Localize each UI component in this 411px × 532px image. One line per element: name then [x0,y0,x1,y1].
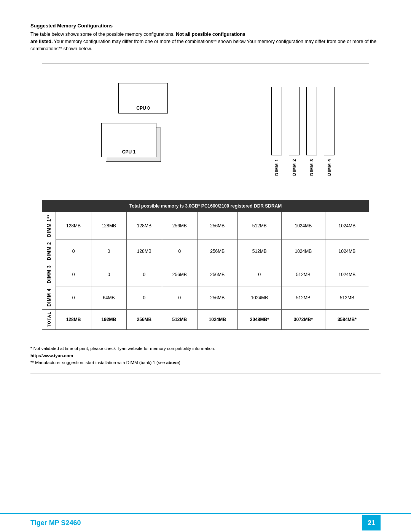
cpu1-label: CPU 1 [122,149,135,155]
page: Suggested Memory Configurations The tabl… [0,0,411,532]
intro-paragraph: The table below shows some of the possib… [30,31,381,52]
total-label: TOTAL [47,312,51,328]
intro-bold-2: are listed. [30,39,53,44]
total-col5: 1024MB [197,309,237,330]
dimm3-col2: 0 [91,263,126,286]
table-row: DIMM 1** 128MB 128MB 128MB 256MB 256MB 5… [42,212,369,240]
dimm4-label: DIMM 4 [46,289,52,307]
dimm-slot-3: DIMM 3 [306,87,317,176]
dimm3-col8: 1024MB [325,263,369,286]
dimm-bar-4 [324,87,335,155]
dimm1-col1: 128MB [56,212,91,240]
total-row-header: TOTAL [42,309,56,330]
total-col7: 3072MB* [281,309,325,330]
dimm4-col2: 64MB [91,286,126,309]
dimm4-col4: 0 [162,286,197,309]
table-header-row: Total possible memory is 3.0GB* PC1600/2… [42,200,369,212]
dimm2-label: DIMM 2 [46,242,52,260]
dimm4-col5: 256MB [197,286,237,309]
total-col8: 3584MB* [325,309,369,330]
table-row: DIMM 3 0 0 0 256MB 256MB 0 512MB 1024MB [42,263,369,286]
total-col1: 128MB [56,309,91,330]
dimm4-row-header: DIMM 4 [42,286,56,309]
footer-notes: * Not validated at time of print, please… [30,345,381,366]
section-heading: Suggested Memory Configurations [30,23,381,29]
dimm2-col2: 0 [91,240,126,263]
dimm2-col8: 1024MB [325,240,369,263]
intro-text-1: The table below shows some of the possib… [30,32,176,37]
dimm4-col1: 0 [56,286,91,309]
dimm2-col4: 0 [162,240,197,263]
memory-table: Total possible memory is 3.0GB* PC1600/2… [42,200,369,330]
dimm3-col3: 0 [126,263,162,286]
dimm1-col8: 1024MB [325,212,369,240]
dimm4-col6: 1024MB [237,286,281,309]
dimm3-col6: 0 [237,263,281,286]
cpu1-block: CPU 1 [101,123,156,157]
intro-text-3: Your memory configuration may differ fro… [53,39,247,44]
dimm1-row-header: DIMM 1** [42,212,56,240]
total-row: TOTAL 128MB 192MB 256MB 512MB 1024MB 204… [42,309,369,330]
total-col2: 192MB [91,309,126,330]
memory-table-wrapper: Total possible memory is 3.0GB* PC1600/2… [42,200,369,330]
table-main-header: Total possible memory is 3.0GB* PC1600/2… [42,200,369,212]
dimm1-col3: 128MB [126,212,162,240]
dimm2-col6: 512MB [237,240,281,263]
dimm3-row-header: DIMM 3 [42,263,56,286]
dimm1-col7: 1024MB [281,212,325,240]
dimm-bar-2 [289,87,299,155]
dimm2-col7: 1024MB [281,240,325,263]
dimm-label-3: DIMM 3 [309,159,314,176]
dimm3-col5: 256MB [197,263,237,286]
dimm-label-2: DIMM 2 [292,159,296,176]
dimm1-col4: 256MB [162,212,197,240]
dimm1-label: DIMM 1** [46,214,52,237]
dimm3-col7: 512MB [281,263,325,286]
intro-bold-1: Not all possible configurations [176,32,245,37]
table-row: DIMM 4 0 64MB 0 0 256MB 1024MB 512MB 512… [42,286,369,309]
dimm2-row-header: DIMM 2 [42,240,56,263]
dimm2-col5: 256MB [197,240,237,263]
footer-divider [30,374,381,374]
dimm3-col1: 0 [56,263,91,286]
total-col6: 2048MB* [237,309,281,330]
bottom-title: Tiger MP S2460 [30,519,81,527]
dimm3-col4: 256MB [162,263,197,286]
dimm4-col3: 0 [126,286,162,309]
cpu0-label: CPU 0 [136,105,150,111]
dimm-bar-3 [306,87,317,155]
footer-note1: * Not validated at time of print, please… [30,345,381,352]
cpu-dimm-diagram: CPU 0 CPU 1 DIMM 1 DIMM 2 DIMM 3 [42,64,369,193]
page-number: 21 [362,515,381,530]
dimm4-col7: 512MB [281,286,325,309]
dimm1-col6: 512MB [237,212,281,240]
table-row: DIMM 2 0 0 128MB 0 256MB 512MB 1024MB 10… [42,240,369,263]
dimm-slots: DIMM 1 DIMM 2 DIMM 3 DIMM 4 [271,87,335,176]
dimm2-col3: 128MB [126,240,162,263]
dimm1-col2: 128MB [91,212,126,240]
dimm-slot-4: DIMM 4 [324,87,335,176]
total-col3: 256MB [126,309,162,330]
dimm1-col5: 256MB [197,212,237,240]
dimm4-col8: 512MB [325,286,369,309]
dimm-slot-1: DIMM 1 [271,87,282,176]
footer-note2: ** Manufacturer suggestion: start instal… [30,359,381,366]
footer-url: http://www.tyan.com [30,352,381,359]
dimm-label-4: DIMM 4 [327,159,331,176]
dimm-bar-1 [271,87,282,155]
dimm-slot-2: DIMM 2 [289,87,299,176]
dimm3-label: DIMM 3 [46,265,52,284]
cpu0-block: CPU 0 [118,83,168,113]
total-col4: 512MB [162,309,197,330]
dimm2-col1: 0 [56,240,91,263]
bottom-bar: Tiger MP S2460 21 [0,513,411,532]
dimm-label-1: DIMM 1 [274,159,279,176]
